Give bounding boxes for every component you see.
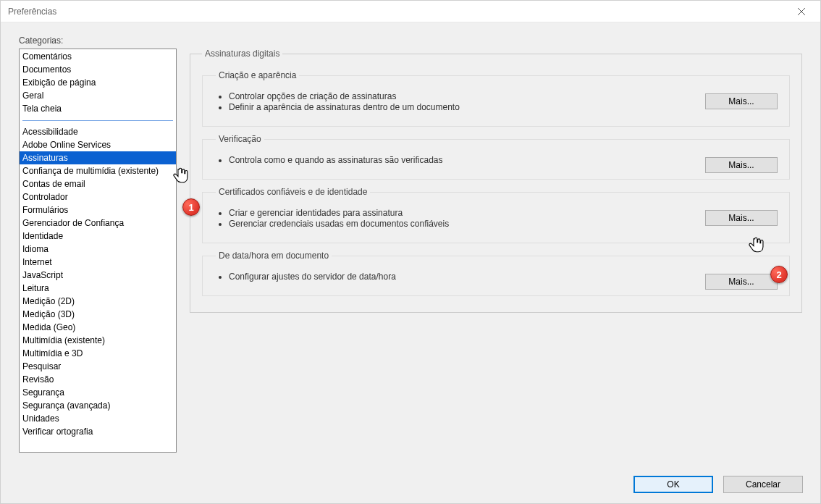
section-timestamp-bullets: Configurar ajustes do servidor de data/h… — [216, 272, 778, 282]
list-item[interactable]: Confiança de multimídia (existente) — [20, 164, 176, 177]
list-item[interactable]: Controlador — [20, 190, 176, 203]
list-item[interactable]: Multimídia e 3D — [20, 347, 176, 360]
list-item[interactable]: Geral — [20, 89, 176, 102]
list-item[interactable]: Contas de email — [20, 177, 176, 190]
more-button-timestamp[interactable]: Mais... — [705, 274, 778, 290]
bullet-text: Criar e gerenciar identidades para assin… — [229, 208, 778, 218]
list-item[interactable]: Comentários — [20, 50, 176, 63]
list-item[interactable]: Leitura — [20, 282, 176, 295]
bullet-text: Gerenciar credenciais usadas em document… — [229, 219, 778, 229]
section-certificates-bullets: Criar e gerenciar identidades para assin… — [216, 208, 778, 229]
annotation-marker-2: 2 — [770, 266, 788, 283]
list-item[interactable]: Exibição de página — [20, 76, 176, 89]
list-item[interactable]: Tela cheia — [20, 102, 176, 115]
list-item[interactable]: Unidades — [20, 412, 176, 425]
content-area: Categorias: Comentários Documentos Exibi… — [19, 35, 802, 463]
cancel-button[interactable]: Cancelar — [723, 476, 803, 493]
list-item[interactable]: Pesquisar — [20, 360, 176, 373]
list-item-assinaturas[interactable]: Assinaturas — [20, 151, 176, 164]
list-item[interactable]: Acessibilidade — [20, 125, 176, 138]
list-item[interactable]: Segurança — [20, 386, 176, 399]
signatures-group-title: Assinaturas digitais — [202, 49, 282, 59]
list-item[interactable]: Identidade — [20, 230, 176, 243]
preferences-window: Preferências Categorias: Comentários Doc… — [0, 0, 821, 504]
list-item[interactable]: Adobe Online Services — [20, 138, 176, 151]
list-item[interactable]: Medição (3D) — [20, 308, 176, 321]
close-icon — [798, 8, 805, 15]
more-button-creation[interactable]: Mais... — [705, 93, 778, 109]
more-button-verification[interactable]: Mais... — [705, 157, 778, 173]
title-bar: Preferências — [1, 1, 820, 22]
list-item[interactable]: Multimídia (existente) — [20, 334, 176, 347]
close-button[interactable] — [788, 3, 814, 20]
bullet-text: Controlar opções de criação de assinatur… — [229, 91, 778, 101]
list-item[interactable]: Revisão — [20, 373, 176, 386]
list-item[interactable]: Internet — [20, 256, 176, 269]
bullet-text: Definir a aparência de assinaturas dentr… — [229, 102, 778, 112]
list-item[interactable]: Documentos — [20, 63, 176, 76]
section-verification: Verificação Controla como e quando as as… — [202, 134, 790, 180]
list-item[interactable]: Verificar ortografia — [20, 425, 176, 438]
bullet-text: Configurar ajustes do servidor de data/h… — [229, 272, 778, 282]
ok-button[interactable]: OK — [633, 476, 713, 493]
categories-label: Categorias: — [19, 35, 802, 46]
section-timestamp: De data/hora em documento Configurar aju… — [202, 251, 790, 296]
list-separator — [22, 120, 173, 121]
list-item[interactable]: Medição (2D) — [20, 295, 176, 308]
annotation-marker-1: 1 — [182, 198, 200, 216]
section-creation: Criação e aparência Controlar opções de … — [202, 70, 790, 127]
section-verification-title: Verificação — [216, 134, 264, 144]
list-item[interactable]: Formulários — [20, 203, 176, 217]
section-verification-bullets: Controla como e quando as assinaturas sã… — [216, 155, 778, 165]
list-item[interactable]: Medida (Geo) — [20, 321, 176, 334]
list-item[interactable]: Segurança (avançada) — [20, 399, 176, 412]
dialog-footer: OK Cancelar — [633, 476, 803, 493]
section-certificates: Certificados confiáveis e de identidade … — [202, 187, 790, 243]
list-item[interactable]: Idioma — [20, 243, 176, 256]
section-certificates-title: Certificados confiáveis e de identidade — [216, 187, 370, 197]
list-item[interactable]: JavaScript — [20, 269, 176, 282]
section-creation-title: Criação e aparência — [216, 70, 299, 80]
window-title: Preferências — [8, 7, 56, 17]
more-button-certificates[interactable]: Mais... — [705, 210, 778, 226]
section-timestamp-title: De data/hora em documento — [216, 251, 332, 261]
signatures-group: Assinaturas digitais Criação e aparência… — [190, 49, 802, 313]
categories-listbox[interactable]: Comentários Documentos Exibição de págin… — [19, 49, 177, 453]
list-item[interactable]: Gerenciador de Confiança — [20, 217, 176, 230]
section-creation-bullets: Controlar opções de criação de assinatur… — [216, 91, 778, 112]
bullet-text: Controla como e quando as assinaturas sã… — [229, 155, 778, 165]
